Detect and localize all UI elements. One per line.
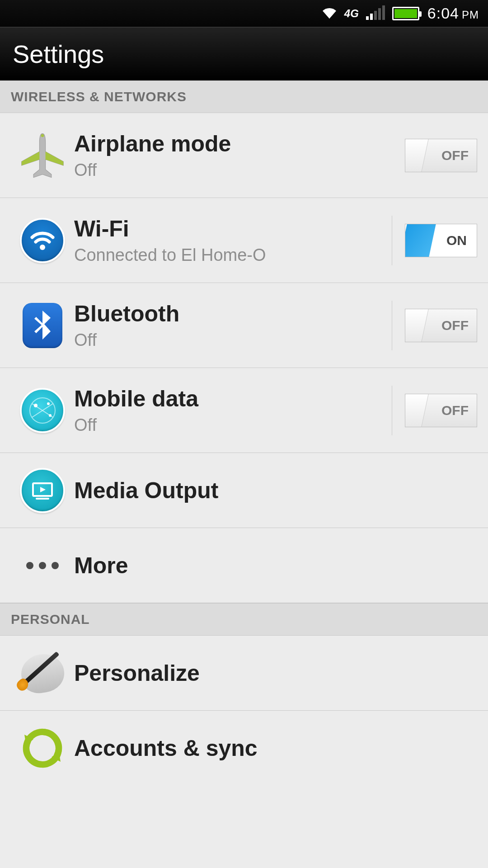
section-header-personal: PERSONAL [0, 603, 488, 636]
row-mobile-data[interactable]: Mobile data Off OFF [0, 368, 488, 453]
bluetooth-title: Bluetooth [74, 301, 385, 327]
row-media-output[interactable]: Media Output [0, 453, 488, 528]
sync-icon [11, 726, 74, 771]
mobile-data-icon [11, 388, 74, 433]
divider [392, 216, 392, 265]
media-output-icon [11, 468, 74, 513]
airplane-subtitle: Off [74, 160, 405, 180]
row-airplane-mode[interactable]: Airplane mode Off OFF [0, 113, 488, 198]
row-accounts-sync[interactable]: Accounts & sync [0, 711, 488, 786]
divider [392, 301, 392, 350]
mobile-data-toggle[interactable]: OFF [405, 394, 477, 427]
mobile-data-subtitle: Off [74, 415, 385, 435]
mobile-data-toggle-label: OFF [441, 403, 469, 418]
wifi-icon [11, 218, 74, 263]
status-icons: 4G [322, 6, 419, 21]
bluetooth-subtitle: Off [74, 330, 385, 350]
page-title: Settings [13, 39, 104, 69]
wifi-subtitle: Connected to El Home-O [74, 245, 385, 265]
wifi-status-icon [322, 6, 337, 21]
row-personalize[interactable]: Personalize [0, 636, 488, 711]
row-wifi[interactable]: Wi-Fi Connected to El Home-O ON [0, 198, 488, 283]
airplane-title: Airplane mode [74, 131, 405, 157]
mobile-data-title: Mobile data [74, 386, 385, 412]
wifi-title: Wi-Fi [74, 216, 385, 242]
battery-icon [392, 7, 419, 20]
more-title: More [74, 552, 477, 579]
section-header-wireless: WIRELESS & NETWORKS [0, 80, 488, 113]
svg-point-8 [47, 402, 50, 405]
clock: 6:04 PM [427, 5, 479, 22]
svg-marker-10 [40, 487, 46, 492]
airplane-icon [11, 131, 74, 180]
wifi-toggle[interactable]: ON [405, 224, 477, 257]
personalize-title: Personalize [74, 660, 477, 686]
network-type-label: 4G [344, 7, 359, 20]
airplane-toggle[interactable]: OFF [405, 139, 477, 172]
personalize-icon [11, 651, 74, 696]
media-output-title: Media Output [74, 477, 477, 504]
row-bluetooth[interactable]: Bluetooth Off OFF [0, 283, 488, 368]
airplane-toggle-label: OFF [441, 148, 469, 163]
bluetooth-toggle-label: OFF [441, 318, 469, 333]
wifi-toggle-label: ON [446, 233, 467, 248]
svg-point-6 [34, 404, 38, 407]
svg-point-1 [41, 134, 44, 137]
clock-time: 6:04 [427, 5, 459, 22]
status-bar: 4G 6:04 PM [0, 0, 488, 27]
cell-signal-icon [366, 7, 385, 20]
clock-ampm: PM [462, 9, 479, 21]
bluetooth-icon [11, 303, 74, 348]
accounts-sync-title: Accounts & sync [74, 735, 477, 761]
bluetooth-toggle[interactable]: OFF [405, 309, 477, 342]
more-icon [11, 562, 74, 569]
app-bar: Settings [0, 27, 488, 80]
divider [392, 386, 392, 435]
svg-point-2 [40, 245, 45, 250]
row-more[interactable]: More [0, 528, 488, 603]
svg-point-7 [49, 414, 52, 417]
